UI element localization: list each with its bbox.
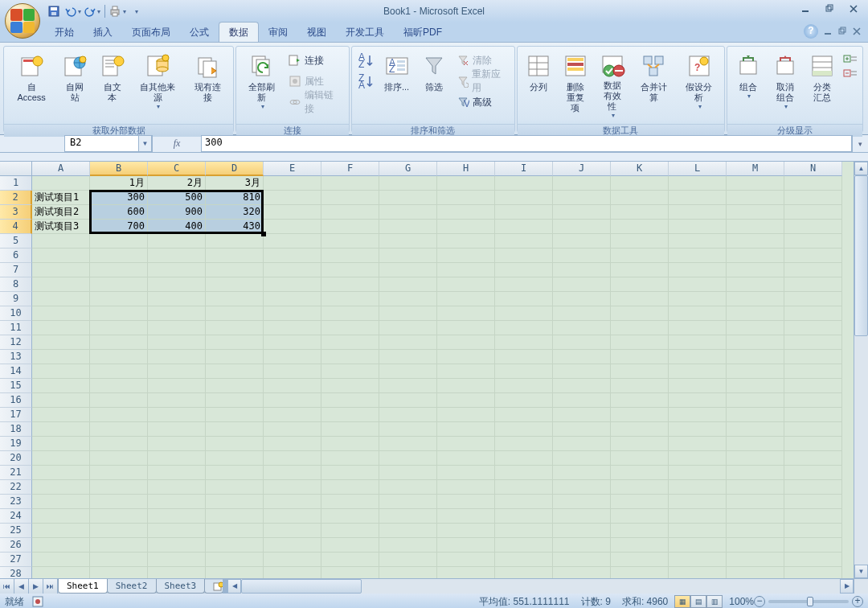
cell-H16[interactable] bbox=[437, 393, 495, 408]
cell-H25[interactable] bbox=[437, 524, 495, 538]
row-header-19[interactable]: 19 bbox=[0, 437, 32, 451]
tab-layout[interactable]: 页面布局 bbox=[122, 23, 180, 42]
tab-data[interactable]: 数据 bbox=[219, 22, 259, 42]
macro-record-button[interactable] bbox=[32, 596, 43, 607]
cell-D3[interactable]: 320 bbox=[206, 205, 264, 220]
cell-H4[interactable] bbox=[437, 220, 495, 234]
cell-G10[interactable] bbox=[379, 306, 437, 321]
cell-K20[interactable] bbox=[611, 451, 669, 466]
cell-I22[interactable] bbox=[495, 480, 553, 495]
cell-C6[interactable] bbox=[148, 249, 206, 263]
cell-H13[interactable] bbox=[437, 350, 495, 364]
cell-G14[interactable] bbox=[379, 364, 437, 379]
cell-C22[interactable] bbox=[148, 480, 206, 495]
cell-A9[interactable] bbox=[32, 292, 90, 306]
cell-M24[interactable] bbox=[727, 509, 784, 524]
sheet-nav-first[interactable]: ⏮ bbox=[0, 579, 14, 594]
cell-M15[interactable] bbox=[727, 379, 784, 393]
cell-D8[interactable] bbox=[206, 277, 264, 292]
edit-links-button[interactable]: 编辑链接 bbox=[289, 93, 342, 111]
cell-H21[interactable] bbox=[437, 466, 495, 480]
cell-J3[interactable] bbox=[553, 205, 611, 220]
cell-E21[interactable] bbox=[264, 466, 321, 480]
cell-D9[interactable] bbox=[206, 292, 264, 306]
cell-I15[interactable] bbox=[495, 379, 553, 393]
show-detail-button[interactable] bbox=[843, 53, 858, 64]
tab-review[interactable]: 审阅 bbox=[259, 23, 297, 42]
cell-I9[interactable] bbox=[495, 292, 553, 306]
cell-K12[interactable] bbox=[611, 335, 669, 350]
cell-D5[interactable] bbox=[206, 234, 264, 249]
cell-E27[interactable] bbox=[264, 553, 321, 567]
cell-A1[interactable] bbox=[32, 176, 90, 191]
cell-L6[interactable] bbox=[669, 249, 727, 263]
cell-M11[interactable] bbox=[727, 321, 784, 335]
remove-duplicates-button[interactable]: 删除 重复项 bbox=[558, 50, 593, 121]
qat-print-button[interactable] bbox=[108, 2, 126, 20]
tab-formula[interactable]: 公式 bbox=[180, 23, 219, 42]
cell-L12[interactable] bbox=[669, 335, 727, 350]
cell-B18[interactable] bbox=[90, 422, 148, 437]
cell-C2[interactable]: 500 bbox=[148, 191, 206, 205]
cell-K28[interactable] bbox=[611, 567, 669, 578]
cell-N13[interactable] bbox=[784, 350, 842, 364]
col-header-A[interactable]: A bbox=[32, 162, 90, 176]
from-web-button[interactable]: 自网站 bbox=[57, 50, 92, 121]
cell-J25[interactable] bbox=[553, 524, 611, 538]
help-button[interactable]: ? bbox=[804, 24, 818, 39]
row-header-16[interactable]: 16 bbox=[0, 393, 32, 408]
row-header-21[interactable]: 21 bbox=[0, 466, 32, 480]
cell-D1[interactable]: 3月 bbox=[206, 176, 264, 191]
cell-D18[interactable] bbox=[206, 422, 264, 437]
cell-G25[interactable] bbox=[379, 524, 437, 538]
cell-F19[interactable] bbox=[321, 437, 379, 451]
cell-A20[interactable] bbox=[32, 451, 90, 466]
cell-F15[interactable] bbox=[321, 379, 379, 393]
cell-M17[interactable] bbox=[727, 408, 784, 422]
row-header-20[interactable]: 20 bbox=[0, 451, 32, 466]
view-normal-button[interactable]: ▦ bbox=[674, 595, 690, 608]
cell-C11[interactable] bbox=[148, 321, 206, 335]
cell-A10[interactable] bbox=[32, 306, 90, 321]
cell-G5[interactable] bbox=[379, 234, 437, 249]
scroll-right-button[interactable]: ▶ bbox=[840, 579, 854, 594]
row-header-22[interactable]: 22 bbox=[0, 480, 32, 495]
data-validation-button[interactable]: 数据 有效性 bbox=[595, 50, 630, 121]
cell-I23[interactable] bbox=[495, 495, 553, 509]
cell-F5[interactable] bbox=[321, 234, 379, 249]
vscroll-thumb[interactable] bbox=[854, 175, 868, 336]
cell-G7[interactable] bbox=[379, 263, 437, 277]
cell-A6[interactable] bbox=[32, 249, 90, 263]
cell-A8[interactable] bbox=[32, 277, 90, 292]
cell-D20[interactable] bbox=[206, 451, 264, 466]
cell-F27[interactable] bbox=[321, 553, 379, 567]
sort-desc-button[interactable]: ZA bbox=[357, 74, 376, 90]
cell-C10[interactable] bbox=[148, 306, 206, 321]
cell-C9[interactable] bbox=[148, 292, 206, 306]
cell-J9[interactable] bbox=[553, 292, 611, 306]
cell-N19[interactable] bbox=[784, 437, 842, 451]
cell-D2[interactable]: 810 bbox=[206, 191, 264, 205]
cell-E7[interactable] bbox=[264, 263, 321, 277]
cell-N2[interactable] bbox=[784, 191, 842, 205]
cell-F12[interactable] bbox=[321, 335, 379, 350]
cell-I6[interactable] bbox=[495, 249, 553, 263]
cell-G6[interactable] bbox=[379, 249, 437, 263]
minimize-button[interactable] bbox=[796, 2, 815, 16]
col-header-B[interactable]: B bbox=[90, 162, 148, 176]
cell-C8[interactable] bbox=[148, 277, 206, 292]
cell-M19[interactable] bbox=[727, 437, 784, 451]
cell-G21[interactable] bbox=[379, 466, 437, 480]
cell-F20[interactable] bbox=[321, 451, 379, 466]
cell-J1[interactable] bbox=[553, 176, 611, 191]
cell-N6[interactable] bbox=[784, 249, 842, 263]
cell-H11[interactable] bbox=[437, 321, 495, 335]
cell-J14[interactable] bbox=[553, 364, 611, 379]
horizontal-scrollbar[interactable]: ◀ ▶ bbox=[227, 579, 854, 594]
doc-close-button[interactable] bbox=[852, 27, 862, 36]
cell-E17[interactable] bbox=[264, 408, 321, 422]
cell-I7[interactable] bbox=[495, 263, 553, 277]
cell-I24[interactable] bbox=[495, 509, 553, 524]
cell-F16[interactable] bbox=[321, 393, 379, 408]
cell-I8[interactable] bbox=[495, 277, 553, 292]
